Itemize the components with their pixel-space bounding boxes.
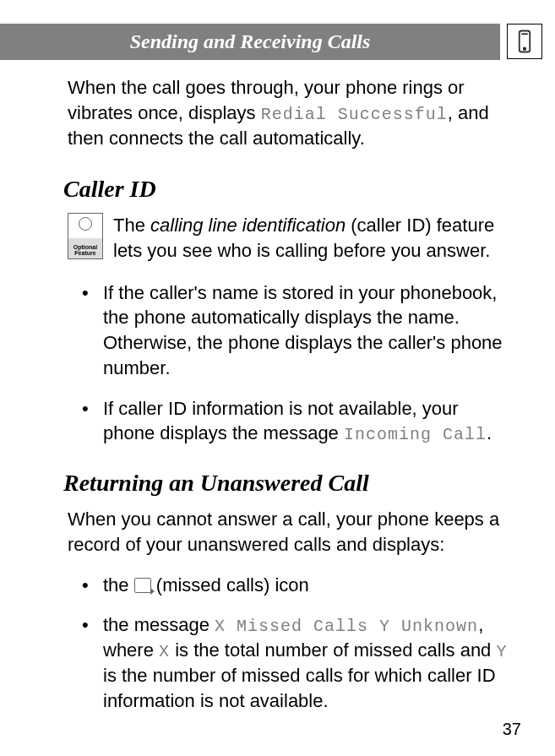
bullet-post: is the number of missed calls for which …: [103, 665, 496, 711]
page-number: 37: [503, 720, 521, 739]
page-header: Sending and Receiving Calls: [0, 24, 500, 60]
returning-call-heading: Returning an Unanswered Call: [63, 470, 509, 497]
bullet-codex: X: [159, 642, 170, 661]
bullet-code: X Missed Calls Y Unknown: [215, 617, 478, 636]
svg-point-2: [524, 48, 526, 51]
returning-intro: When you cannot answer a call, your phon…: [68, 507, 509, 557]
returning-list: the (missed calls) icon the message X Mi…: [68, 573, 509, 714]
feat-pre: The: [113, 215, 150, 236]
caller-id-description: The calling line identification (caller …: [113, 213, 509, 263]
intro-code: Redial Successful: [261, 105, 448, 124]
header-title: Sending and Receiving Calls: [130, 30, 371, 52]
bullet-pre: the: [103, 574, 134, 596]
intro-paragraph: When the call goes through, your phone r…: [68, 75, 509, 150]
optional-feature-block: Optional Feature The calling line identi…: [68, 213, 509, 263]
list-item: If caller ID information is not availabl…: [86, 396, 509, 447]
bullet-code: Incoming Call: [344, 425, 487, 444]
bullet-post: (missed calls) icon: [156, 574, 309, 596]
bullet-pre: the message: [103, 614, 215, 635]
caller-id-list: If the caller's name is stored in your p…: [68, 280, 509, 446]
bullet-text: If the caller's name is stored in your p…: [103, 282, 503, 378]
bullet-mid2: is the total number of missed calls and: [170, 639, 496, 661]
phone-corner-icon: [507, 24, 542, 59]
bullet-codey: Y: [496, 642, 507, 661]
bullet-post: .: [487, 422, 492, 443]
list-item: the (missed calls) icon: [86, 573, 509, 598]
missed-calls-icon: [134, 578, 151, 593]
page-content: When the call goes through, your phone r…: [0, 60, 555, 714]
caller-id-heading: Caller ID: [63, 176, 509, 203]
optional-feature-icon: Optional Feature: [68, 213, 103, 259]
list-item: the message X Missed Calls Y Unknown, wh…: [86, 612, 509, 713]
feat-em: calling line identification: [150, 215, 346, 236]
list-item: If the caller's name is stored in your p…: [86, 280, 509, 381]
returning-call-section: Returning an Unanswered Call When you ca…: [68, 470, 509, 713]
